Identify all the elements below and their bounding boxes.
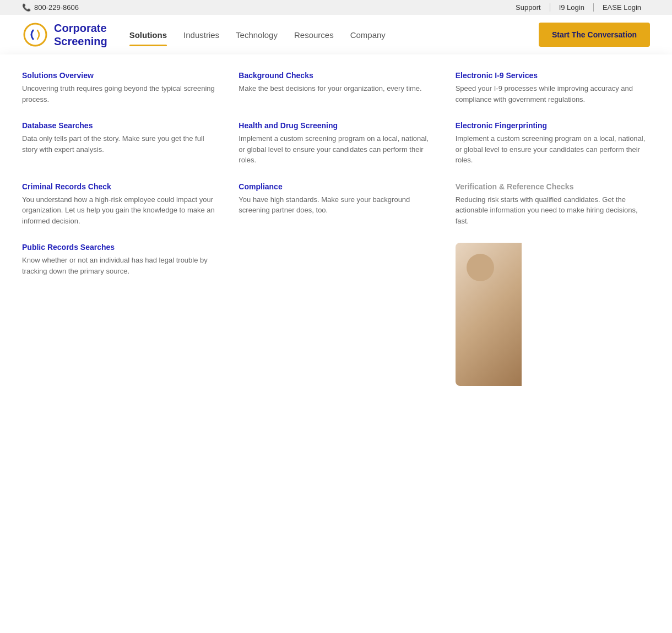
- nav-resources[interactable]: Resources: [294, 26, 334, 44]
- top-bar: 📞 800-229-8606 Support I9 Login EASE Log…: [0, 0, 672, 15]
- nav-industries[interactable]: Industries: [183, 26, 219, 44]
- dropdown-item-2: Electronic I-9 Services Speed your I-9 p…: [456, 71, 650, 105]
- dropdown-item-9: Public Records Searches Know whether or …: [22, 243, 216, 386]
- dropdown-title-9[interactable]: Public Records Searches: [22, 243, 216, 252]
- dropdown-desc-8: Reducing risk starts with qualified cand…: [456, 194, 650, 227]
- dropdown-item-empty-1: [239, 243, 433, 386]
- dropdown-desc-0: Uncovering truth requires going beyond t…: [22, 83, 216, 105]
- dropdown-item-empty-2: [456, 243, 650, 386]
- dropdown-item-8: Verification & Reference Checks Reducing…: [456, 182, 650, 227]
- nav-company[interactable]: Company: [350, 26, 386, 44]
- dropdown-title-6[interactable]: Criminal Records Check: [22, 182, 216, 191]
- main-nav: Solutions Industries Technology Resource…: [129, 23, 650, 47]
- dropdown-item-1: Background Checks Make the best decision…: [239, 71, 433, 105]
- dropdown-item-3: Database Searches Data only tells part o…: [22, 121, 216, 166]
- dropdown-desc-1: Make the best decisions for your organiz…: [239, 83, 433, 94]
- phone-icon: 📞: [22, 3, 31, 12]
- logo-text: Corporate Screening: [54, 21, 107, 48]
- dropdown-desc-4: Implement a custom screening program on …: [239, 133, 433, 166]
- dropdown-item-5: Electronic Fingerprinting Implement a cu…: [456, 121, 650, 166]
- svg-point-0: [24, 24, 46, 46]
- dropdown-title-7[interactable]: Compliance: [239, 182, 433, 191]
- i9-login-link[interactable]: I9 Login: [550, 3, 593, 12]
- logo[interactable]: Corporate Screening: [22, 21, 107, 48]
- dropdown-item-7: Compliance You have high standards. Make…: [239, 182, 433, 227]
- phone-number: 📞 800-229-8606: [22, 3, 79, 12]
- dropdown-desc-9: Know whether or not an individual has ha…: [22, 255, 216, 276]
- dropdown-title-2[interactable]: Electronic I-9 Services: [456, 71, 650, 80]
- header: Corporate Screening Solutions Industries…: [0, 15, 672, 55]
- ease-login-link[interactable]: EASE Login: [593, 3, 650, 12]
- dropdown-title-0[interactable]: Solutions Overview: [22, 71, 216, 80]
- dropdown-title-8[interactable]: Verification & Reference Checks: [456, 182, 650, 191]
- cta-button[interactable]: Start The Conversation: [539, 23, 650, 47]
- logo-icon: [22, 21, 48, 48]
- dropdown-desc-7: You have high standards. Make sure your …: [239, 194, 433, 216]
- dropdown-title-4[interactable]: Health and Drug Screening: [239, 121, 433, 130]
- dropdown-title-5[interactable]: Electronic Fingerprinting: [456, 121, 650, 130]
- header-image: [456, 243, 522, 386]
- nav-technology[interactable]: Technology: [236, 26, 278, 44]
- nav-solutions[interactable]: Solutions: [129, 26, 167, 44]
- solutions-dropdown: Solutions Overview Uncovering truth requ…: [0, 54, 672, 386]
- dropdown-desc-3: Data only tells part of the story. Make …: [22, 133, 216, 155]
- dropdown-item-0: Solutions Overview Uncovering truth requ…: [22, 71, 216, 105]
- dropdown-desc-2: Speed your I-9 processes while improving…: [456, 83, 650, 105]
- support-link[interactable]: Support: [507, 3, 550, 12]
- dropdown-desc-5: Implement a custom screening program on …: [456, 133, 650, 166]
- top-bar-links: Support I9 Login EASE Login: [507, 3, 650, 12]
- dropdown-title-1[interactable]: Background Checks: [239, 71, 433, 80]
- dropdown-title-3[interactable]: Database Searches: [22, 121, 216, 130]
- dropdown-item-4: Health and Drug Screening Implement a cu…: [239, 121, 433, 166]
- phone-text: 800-229-8606: [34, 3, 79, 12]
- dropdown-desc-6: You understand how a high-risk employee …: [22, 194, 216, 227]
- dropdown-item-6: Criminal Records Check You understand ho…: [22, 182, 216, 227]
